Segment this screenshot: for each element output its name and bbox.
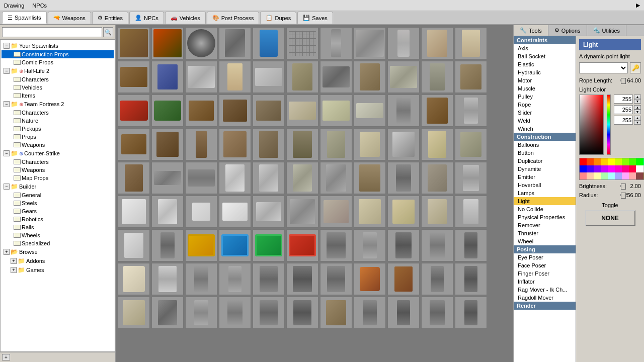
list-item[interactable] [118,162,150,194]
list-item[interactable] [455,229,487,261]
palette-color-cell[interactable] [629,165,636,172]
list-item[interactable] [185,27,217,59]
list-item[interactable] [286,128,318,160]
constraint-slider[interactable]: Slider [514,109,576,117]
list-item[interactable] [219,297,251,329]
construction-balloons[interactable]: Balloons [514,141,576,149]
construction-emitter[interactable]: Emitter [514,173,576,181]
constraint-axis[interactable]: Axis [514,44,576,52]
palette-color-cell[interactable] [636,165,643,172]
tree-builder[interactable]: − 📁 Builder [2,182,114,191]
list-item[interactable] [185,61,217,93]
palette-color-cell[interactable] [580,165,587,172]
brightness-thumb[interactable] [621,184,626,190]
posing-finger-poser[interactable]: Finger Poser [514,269,576,278]
color-gradient-picker[interactable] [579,95,604,155]
palette-color-cell[interactable] [587,172,594,179]
list-item[interactable] [320,27,352,59]
construction-button[interactable]: Button [514,149,576,157]
expand-browse[interactable]: + [4,249,10,255]
tree-cs-characters[interactable]: Characters [2,158,114,166]
list-item[interactable] [421,229,453,261]
list-item[interactable] [320,95,352,127]
list-item[interactable] [320,229,352,261]
list-item[interactable] [151,128,184,160]
list-item[interactable] [219,196,251,228]
tree-builder-rails[interactable]: Rails [2,223,114,231]
tree-tf2-nature[interactable]: Nature [2,117,114,125]
list-item[interactable] [286,27,318,59]
tree-browse-addons[interactable]: + 📁 Addons [2,256,114,265]
list-item[interactable] [151,162,184,194]
list-item[interactable] [151,263,184,295]
palette-color-cell[interactable] [622,158,629,165]
palette-color-cell[interactable] [622,172,629,179]
tree-cs[interactable]: − 📁 ⊛ Counter-Strike [2,149,114,158]
color-b-up[interactable]: ▲ [634,116,641,120]
list-item[interactable] [455,27,487,59]
list-item[interactable] [118,61,150,93]
list-item[interactable] [354,95,386,127]
construction-remover[interactable]: Remover [514,221,576,229]
key-icon[interactable]: 🔑 [630,62,641,73]
list-item[interactable] [219,128,251,160]
tab-saves[interactable]: 💾 Saves [297,12,333,24]
list-item[interactable] [320,61,352,93]
palette-color-cell[interactable] [629,158,636,165]
expand-games[interactable]: + [11,267,17,273]
list-item[interactable] [219,229,251,261]
list-item[interactable] [455,196,487,228]
list-item[interactable] [219,61,251,93]
list-item[interactable] [118,263,150,295]
titlebar-arrow[interactable]: ▶ [636,2,640,9]
tree-hl2-vehicles[interactable]: Vehicles [2,83,114,92]
construction-physical-properties[interactable]: Physical Properties [514,213,576,221]
list-item[interactable] [354,128,386,160]
list-item[interactable] [185,128,217,160]
list-item[interactable] [118,27,150,59]
construction-dynamite[interactable]: Dynamite [514,165,576,173]
list-item[interactable] [354,162,386,194]
color-r-down[interactable]: ▼ [634,99,641,104]
construction-duplicator[interactable]: Duplicator [514,157,576,165]
tab-vehicles[interactable]: 🚗 Vehicles [165,12,206,24]
list-item[interactable] [320,297,352,329]
constraint-pulley[interactable]: Pulley [514,93,576,101]
expand-builder[interactable]: − [4,184,10,190]
color-b-input[interactable] [614,116,633,125]
constraint-motor[interactable]: Motor [514,76,576,84]
expand-cs[interactable]: − [4,150,10,156]
list-item[interactable] [387,128,420,160]
none-button[interactable]: NONE [585,210,635,226]
tree-hl2-items[interactable]: Items [2,92,114,100]
tree-your-spawnlists[interactable]: − 📁 Your Spawnlists [2,41,114,50]
expand-hl2[interactable]: − [4,68,10,74]
list-item[interactable] [387,229,420,261]
list-item[interactable] [118,297,150,329]
list-item[interactable] [421,27,453,59]
construction-light[interactable]: Light [514,197,576,205]
list-item[interactable] [253,297,285,329]
list-item[interactable] [151,196,184,228]
list-item[interactable] [286,297,318,329]
list-item[interactable] [151,297,184,329]
list-item[interactable] [286,196,318,228]
palette-color-cell[interactable] [580,172,587,179]
list-item[interactable] [219,95,251,127]
palette-color-cell[interactable] [615,158,622,165]
palette-color-cell[interactable] [601,158,608,165]
expand-your-spawnlists[interactable]: − [4,43,10,49]
list-item[interactable] [253,27,285,59]
tab-tools[interactable]: 🔧 Tools [514,25,548,36]
palette-color-cell[interactable] [594,158,601,165]
list-item[interactable] [253,128,285,160]
list-item[interactable] [185,196,217,228]
radius-slider[interactable] [620,194,621,196]
list-item[interactable] [421,61,453,93]
expand-tf2[interactable]: − [4,101,10,107]
constraint-rope[interactable]: Rope [514,101,576,109]
tab-utilities[interactable]: 🔩 Utilities [587,25,626,36]
tree-builder-specialized[interactable]: Specialized [2,239,114,247]
tree-tf2-pickups[interactable]: Pickups [2,125,114,133]
palette-color-cell[interactable] [608,165,615,172]
